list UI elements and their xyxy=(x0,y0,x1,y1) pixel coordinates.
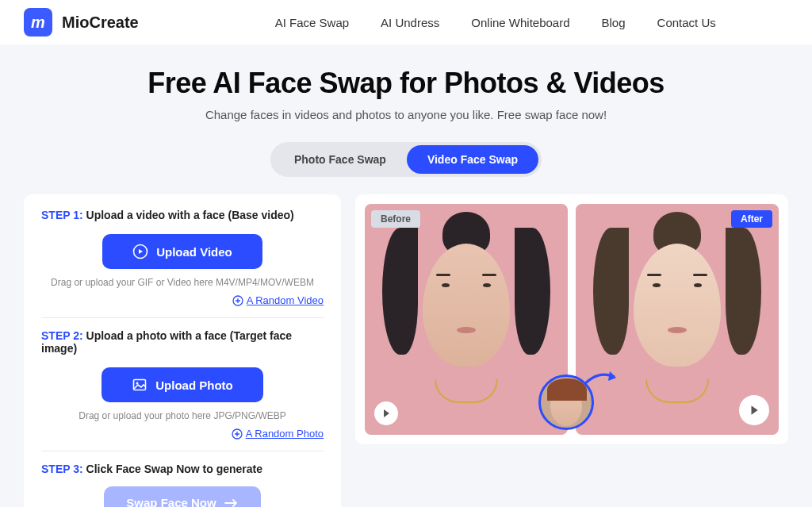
upload-photo-label: Upload Photo xyxy=(155,378,233,392)
target-face-thumbnail xyxy=(538,374,594,430)
nav-whiteboard[interactable]: Online Whiteboard xyxy=(471,16,569,29)
step-1: STEP 1: Upload a video with a face (Base… xyxy=(41,209,324,318)
random-photo-text: A Random Photo xyxy=(246,428,324,440)
preview-card: Before After xyxy=(355,194,788,444)
step-3: STEP 3: Click Face Swap Now to generate … xyxy=(41,463,324,507)
play-circle-icon xyxy=(132,244,148,259)
upload-video-button[interactable]: Upload Video xyxy=(102,234,262,269)
nav-blog[interactable]: Blog xyxy=(602,16,626,29)
step-1-title: STEP 1: Upload a video with a face (Base… xyxy=(41,209,324,221)
step-1-helper: Drag or upload your GIF or Video here M4… xyxy=(41,277,324,288)
plus-circle-icon xyxy=(232,428,243,440)
random-video-link[interactable]: A Random Video xyxy=(41,294,324,306)
tab-switch: Photo Face Swap Video Face Swap xyxy=(24,142,788,177)
step-1-text: Upload a video with a face (Base video) xyxy=(83,209,294,221)
brand-name[interactable]: MioCreate xyxy=(62,13,139,32)
logo-icon[interactable]: m xyxy=(24,8,52,36)
before-image: Before xyxy=(365,204,568,435)
step-2-helper: Drag or upload your photo here JPG/PNG/W… xyxy=(41,410,324,421)
main-content: Free AI Face Swap for Photos & Videos Ch… xyxy=(0,44,812,507)
nav-face-swap[interactable]: AI Face Swap xyxy=(275,16,349,29)
step-3-label: STEP 3: xyxy=(41,463,83,475)
random-photo-link[interactable]: A Random Photo xyxy=(41,428,324,440)
step-3-title: STEP 3: Click Face Swap Now to generate xyxy=(41,463,324,475)
swap-face-label: Swap Face Now xyxy=(126,496,216,507)
step-3-text: Click Face Swap Now to generate xyxy=(83,463,262,475)
upload-video-label: Upload Video xyxy=(156,245,232,259)
header: m MioCreate AI Face Swap AI Undress Onli… xyxy=(0,0,812,44)
tab-video[interactable]: Video Face Swap xyxy=(407,145,538,174)
image-icon xyxy=(132,377,147,393)
content-row: STEP 1: Upload a video with a face (Base… xyxy=(24,194,788,507)
swap-face-button[interactable]: Swap Face Now xyxy=(104,486,260,507)
step-2-title: STEP 2: Upload a photo with a face (Targ… xyxy=(41,329,324,355)
arrow-right-icon xyxy=(224,498,239,508)
play-icon[interactable] xyxy=(739,395,769,425)
tab-photo[interactable]: Photo Face Swap xyxy=(274,145,407,174)
plus-circle-icon xyxy=(232,295,243,306)
steps-card: STEP 1: Upload a video with a face (Base… xyxy=(24,194,341,507)
before-badge: Before xyxy=(371,210,420,228)
page-subtitle: Change faces in videos and photos to any… xyxy=(24,108,788,121)
nav-contact[interactable]: Contact Us xyxy=(657,16,716,29)
page-title: Free AI Face Swap for Photos & Videos xyxy=(24,67,788,100)
upload-photo-button[interactable]: Upload Photo xyxy=(102,367,263,402)
main-nav: AI Face Swap AI Undress Online Whiteboar… xyxy=(275,16,716,29)
step-2-label: STEP 2: xyxy=(41,329,83,342)
tab-pill: Photo Face Swap Video Face Swap xyxy=(270,142,542,177)
step-2: STEP 2: Upload a photo with a face (Targ… xyxy=(41,329,324,451)
after-image: After xyxy=(576,204,779,435)
random-video-text: A Random Video xyxy=(247,294,324,306)
nav-undress[interactable]: AI Undress xyxy=(381,16,439,29)
step-1-label: STEP 1: xyxy=(41,209,83,221)
after-badge: After xyxy=(731,210,772,228)
play-icon[interactable] xyxy=(374,401,398,425)
